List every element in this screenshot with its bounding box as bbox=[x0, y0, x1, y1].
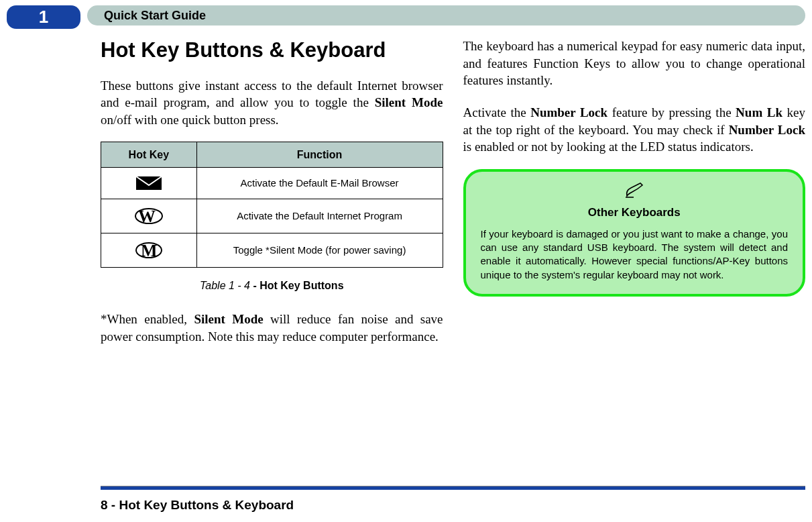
table-row: W Activate the Default Internet Program bbox=[101, 199, 443, 233]
func-cell: Toggle *Silent Mode (for power saving) bbox=[196, 233, 443, 268]
left-column: Hot Key Buttons & Keyboard These buttons… bbox=[101, 34, 443, 482]
other-keyboards-callout: Other Keyboards If your keyboard is dama… bbox=[463, 169, 806, 297]
func-cell: Activate the Default Internet Program bbox=[196, 199, 443, 233]
table-row: M Toggle *Silent Mode (for power saving) bbox=[101, 233, 443, 268]
func-cell: Activate the Default E-Mail Browser bbox=[196, 168, 443, 199]
keyboard-paragraph-2: Activate the Number Lock feature by pres… bbox=[463, 104, 806, 156]
intro-text-2: on/off with one quick button press. bbox=[101, 113, 279, 127]
page-content: Hot Key Buttons & Keyboard These buttons… bbox=[101, 34, 805, 482]
callout-body: If your keyboard is damaged or you just … bbox=[481, 227, 789, 282]
th-function: Function bbox=[196, 142, 443, 168]
note-text-1: *When enabled, bbox=[101, 312, 194, 326]
p2-d: Num Lk bbox=[736, 105, 782, 119]
silent-mode-note: *When enabled, Silent Mode will reduce f… bbox=[101, 311, 443, 345]
mail-icon bbox=[101, 168, 197, 199]
right-column: The keyboard has a numerical keypad for … bbox=[463, 34, 806, 482]
p2-b: Number Lock bbox=[530, 105, 607, 119]
th-hotkey: Hot Key bbox=[101, 142, 197, 168]
table-row: Activate the Default E-Mail Browser bbox=[101, 168, 443, 199]
header-title: Quick Start Guide bbox=[87, 5, 805, 25]
caption-italic: Table 1 - 4 bbox=[200, 280, 250, 291]
p2-c: feature by pressing the bbox=[607, 105, 736, 119]
p2-a: Activate the bbox=[463, 105, 531, 119]
section-heading: Hot Key Buttons & Keyboard bbox=[101, 36, 443, 64]
hotkey-table: Hot Key Function Activate the Default E-… bbox=[101, 142, 443, 268]
p2-g: is enabled or not by looking at the LED … bbox=[463, 140, 754, 154]
keyboard-paragraph-1: The keyboard has a numerical keypad for … bbox=[463, 38, 806, 89]
silent-icon: M bbox=[101, 233, 197, 268]
table-caption: Table 1 - 4 - Hot Key Buttons bbox=[101, 278, 443, 293]
intro-paragraph: These buttons give instant access to the… bbox=[101, 77, 443, 129]
pencil-icon bbox=[481, 181, 789, 201]
chapter-tab: 1 bbox=[7, 5, 80, 29]
note-bold: Silent Mode bbox=[194, 312, 263, 326]
callout-title: Other Keyboards bbox=[481, 205, 789, 221]
caption-bold: - Hot Key Buttons bbox=[250, 280, 344, 291]
intro-bold: Silent Mode bbox=[375, 95, 443, 109]
footer-text: 8 - Hot Key Buttons & Keyboard bbox=[101, 498, 294, 513]
table-header-row: Hot Key Function bbox=[101, 142, 443, 168]
footer-rule bbox=[101, 486, 805, 490]
p2-f: Number Lock bbox=[729, 123, 805, 137]
browser-icon: W bbox=[101, 199, 197, 233]
